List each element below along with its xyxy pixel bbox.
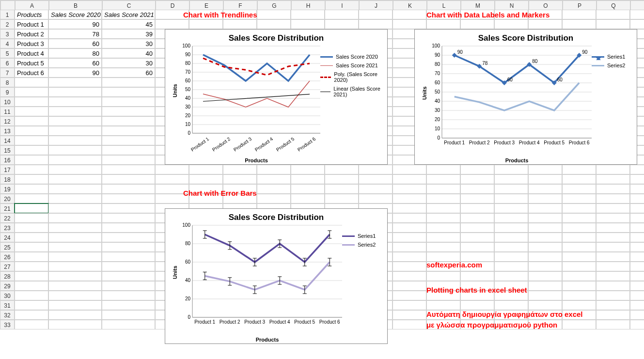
cell-O29[interactable]	[528, 281, 562, 291]
cell-B10[interactable]	[48, 97, 102, 107]
cell-L19[interactable]	[426, 184, 460, 194]
cell-N28[interactable]	[494, 271, 528, 281]
cell-C29[interactable]	[102, 281, 155, 291]
cell-A4[interactable]: Product 3	[15, 39, 48, 48]
cell-J2[interactable]	[359, 19, 393, 29]
cell-B16[interactable]	[48, 155, 102, 165]
cell-N2[interactable]	[494, 19, 528, 29]
cell-I20[interactable]	[325, 194, 359, 203]
cell-B33[interactable]	[48, 320, 102, 329]
col-header-A[interactable]: A	[15, 0, 49, 10]
cell-O24[interactable]	[528, 233, 562, 242]
cell-Q27[interactable]	[596, 262, 630, 271]
cell-M2[interactable]	[460, 19, 494, 29]
row-header-14[interactable]: 14	[0, 136, 15, 145]
cell-B13[interactable]	[48, 126, 102, 136]
cell-C6[interactable]: 30	[102, 58, 155, 68]
cell-P19[interactable]	[562, 184, 596, 194]
cell-B9[interactable]	[48, 87, 102, 97]
cell-O30[interactable]	[528, 291, 562, 300]
cell-J1[interactable]	[359, 10, 393, 19]
cell-A17[interactable]	[15, 165, 48, 174]
cell-Q21[interactable]	[596, 203, 630, 213]
cell-K24[interactable]	[393, 233, 426, 242]
cell-I18[interactable]	[325, 174, 359, 184]
row-header-22[interactable]: 22	[0, 213, 15, 223]
cell-A13[interactable]	[15, 126, 48, 136]
cell-C32[interactable]	[102, 310, 155, 320]
cell-J17[interactable]	[359, 165, 393, 174]
cell-B30[interactable]	[48, 291, 102, 300]
cell-G19[interactable]	[257, 184, 291, 194]
cell-C27[interactable]	[102, 262, 155, 271]
cell-D2[interactable]	[155, 19, 189, 29]
cell-O18[interactable]	[528, 174, 562, 184]
cell-N19[interactable]	[494, 184, 528, 194]
col-header-E[interactable]: E	[189, 0, 223, 10]
cell-M24[interactable]	[460, 233, 494, 242]
cell-P29[interactable]	[562, 281, 596, 291]
row-header-1[interactable]: 1	[0, 10, 15, 19]
cell-Q2[interactable]	[596, 19, 630, 29]
cell-K2[interactable]	[393, 19, 426, 29]
cell-B20[interactable]	[48, 194, 102, 203]
cell-R22[interactable]	[630, 213, 644, 223]
cell-P22[interactable]	[562, 213, 596, 223]
row-header-10[interactable]: 10	[0, 97, 15, 107]
cell-C26[interactable]	[102, 252, 155, 262]
cell-N21[interactable]	[494, 203, 528, 213]
cell-M22[interactable]	[460, 213, 494, 223]
col-header-N[interactable]: N	[495, 0, 529, 10]
cell-M26[interactable]	[460, 252, 494, 262]
row-header-27[interactable]: 27	[0, 262, 15, 271]
cell-H17[interactable]	[291, 165, 325, 174]
cell-Q33[interactable]	[596, 320, 630, 329]
cell-R32[interactable]	[630, 310, 644, 320]
cell-C8[interactable]	[102, 78, 155, 87]
cell-L21[interactable]	[426, 203, 460, 213]
cell-R31[interactable]	[630, 300, 644, 310]
cell-K31[interactable]	[393, 300, 426, 310]
cell-H19[interactable]	[291, 184, 325, 194]
cell-A18[interactable]	[15, 174, 48, 184]
cell-P28[interactable]	[562, 271, 596, 281]
cell-B1[interactable]: Sales Score 2020	[48, 10, 102, 19]
cell-A31[interactable]	[15, 300, 48, 310]
cell-C14[interactable]	[102, 136, 155, 145]
cell-F18[interactable]	[223, 174, 257, 184]
cell-O22[interactable]	[528, 213, 562, 223]
col-header-O[interactable]: O	[529, 0, 563, 10]
cell-N26[interactable]	[494, 252, 528, 262]
cell-O2[interactable]	[528, 19, 562, 29]
col-header-D[interactable]: D	[156, 0, 189, 10]
cell-K19[interactable]	[393, 184, 426, 194]
cell-B12[interactable]	[48, 116, 102, 126]
row-header-5[interactable]: 5	[0, 48, 15, 58]
cell-M19[interactable]	[460, 184, 494, 194]
cell-R28[interactable]	[630, 271, 644, 281]
cell-Q19[interactable]	[596, 184, 630, 194]
cell-O31[interactable]	[528, 300, 562, 310]
cell-C17[interactable]	[102, 165, 155, 174]
cell-B7[interactable]: 90	[48, 68, 102, 78]
cell-B24[interactable]	[48, 233, 102, 242]
cell-A26[interactable]	[15, 252, 48, 262]
cell-Q24[interactable]	[596, 233, 630, 242]
cell-R21[interactable]	[630, 203, 644, 213]
row-header-19[interactable]: 19	[0, 184, 15, 194]
cell-A24[interactable]	[15, 233, 48, 242]
col-header-P[interactable]: P	[563, 0, 597, 10]
cell-B18[interactable]	[48, 174, 102, 184]
cell-C19[interactable]	[102, 184, 155, 194]
cell-Q29[interactable]	[596, 281, 630, 291]
chart-errorbars[interactable]: Sales Score Distribution020406080100Prod…	[165, 208, 388, 344]
row-header-24[interactable]: 24	[0, 233, 15, 242]
cell-P17[interactable]	[562, 165, 596, 174]
row-header-11[interactable]: 11	[0, 107, 15, 116]
cell-O20[interactable]	[528, 194, 562, 203]
cell-R27[interactable]	[630, 262, 644, 271]
row-header-33[interactable]: 33	[0, 320, 15, 329]
cell-N18[interactable]	[494, 174, 528, 184]
cell-A2[interactable]: Product 1	[15, 19, 48, 29]
cell-R23[interactable]	[630, 223, 644, 233]
